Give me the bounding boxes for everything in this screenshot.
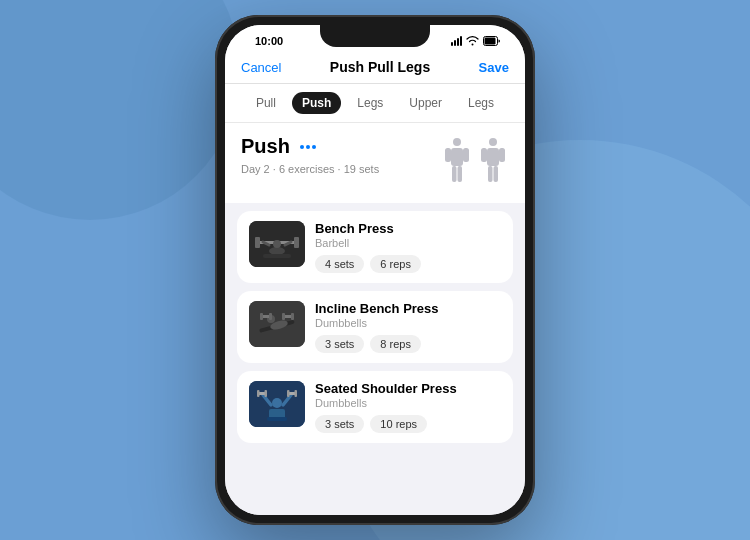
battery-icon (483, 36, 501, 46)
svg-rect-16 (255, 237, 260, 248)
phone-screen: 10:00 (225, 25, 525, 515)
tab-upper[interactable]: Upper (399, 92, 452, 114)
exercise-card-seated-shoulder-press[interactable]: Seated Shoulder Press Dumbbells 3 sets 1… (237, 371, 513, 443)
svg-point-8 (489, 138, 497, 146)
svg-rect-5 (463, 148, 469, 162)
svg-rect-42 (287, 390, 290, 397)
svg-rect-44 (267, 417, 287, 421)
exercise-tags-seated-shoulder-press: 3 sets 10 reps (315, 415, 501, 433)
status-icons (451, 36, 505, 46)
exercise-equip-seated-shoulder-press: Dumbbells (315, 397, 501, 409)
svg-rect-3 (451, 148, 463, 166)
svg-rect-31 (282, 313, 285, 320)
svg-rect-9 (487, 148, 499, 166)
day-subtitle: Day 2 · 6 exercises · 19 sets (241, 162, 441, 177)
exercise-list: Bench Press Barbell 4 sets 6 reps (225, 203, 525, 515)
svg-point-35 (272, 398, 282, 408)
sets-tag-bench-press: 4 sets (315, 255, 364, 273)
screen-content: Cancel Push Pull Legs Save Pull Push Leg… (225, 53, 525, 515)
more-dot-2 (306, 145, 310, 149)
signal-icon (451, 36, 462, 46)
exercise-tags-bench-press: 4 sets 6 reps (315, 255, 501, 273)
svg-rect-4 (445, 148, 451, 162)
page-title: Push Pull Legs (330, 59, 430, 75)
exercise-thumb-seated-shoulder-press (249, 381, 305, 427)
exercise-info-bench-press: Bench Press Barbell 4 sets 6 reps (315, 221, 501, 273)
svg-rect-32 (291, 313, 294, 320)
svg-rect-13 (494, 166, 499, 182)
svg-rect-40 (257, 390, 260, 397)
svg-rect-7 (458, 166, 463, 182)
more-dot-3 (312, 145, 316, 149)
svg-rect-17 (294, 237, 299, 248)
svg-rect-12 (488, 166, 493, 182)
svg-rect-43 (295, 390, 298, 397)
tab-legs-2[interactable]: Legs (458, 92, 504, 114)
exercise-thumb-bench-press (249, 221, 305, 267)
phone-notch (320, 25, 430, 47)
phone-container: 10:00 (215, 15, 535, 525)
day-info: Push Day 2 · 6 exercises · 19 sets (241, 135, 441, 177)
phone-frame: 10:00 (215, 15, 535, 525)
more-options-button[interactable] (298, 143, 318, 151)
background-shape-left (0, 0, 240, 220)
svg-point-19 (273, 240, 281, 248)
reps-tag-incline-bench-press: 8 reps (370, 335, 421, 353)
tab-bar: Pull Push Legs Upper Legs (225, 84, 525, 123)
exercise-card-bench-press[interactable]: Bench Press Barbell 4 sets 6 reps (237, 211, 513, 283)
exercise-info-incline-bench-press: Incline Bench Press Dumbbells 3 sets 8 r… (315, 301, 501, 353)
svg-rect-41 (265, 390, 268, 397)
body-silhouette (441, 137, 509, 193)
body-figure-back (477, 137, 509, 193)
svg-rect-22 (263, 254, 291, 258)
exercise-equip-bench-press: Barbell (315, 237, 501, 249)
reps-tag-bench-press: 6 reps (370, 255, 421, 273)
more-dot-1 (300, 145, 304, 149)
reps-tag-seated-shoulder-press: 10 reps (370, 415, 427, 433)
exercise-name-incline-bench-press: Incline Bench Press (315, 301, 501, 316)
exercise-tags-incline-bench-press: 3 sets 8 reps (315, 335, 501, 353)
exercise-equip-incline-bench-press: Dumbbells (315, 317, 501, 329)
nav-bar: Cancel Push Pull Legs Save (225, 53, 525, 84)
svg-rect-29 (260, 313, 263, 320)
svg-rect-6 (452, 166, 457, 182)
save-button[interactable]: Save (479, 60, 509, 75)
status-time: 10:00 (245, 35, 283, 47)
exercise-card-incline-bench-press[interactable]: Incline Bench Press Dumbbells 3 sets 8 r… (237, 291, 513, 363)
incline-press-illustration (249, 301, 305, 347)
day-section: Push Day 2 · 6 exercises · 19 sets (225, 123, 525, 203)
day-title: Push (241, 135, 290, 158)
exercise-name-bench-press: Bench Press (315, 221, 501, 236)
svg-rect-11 (499, 148, 505, 162)
cancel-button[interactable]: Cancel (241, 60, 281, 75)
tab-pull[interactable]: Pull (246, 92, 286, 114)
wifi-icon (466, 36, 479, 46)
exercise-thumb-incline-bench-press (249, 301, 305, 347)
tab-push[interactable]: Push (292, 92, 341, 114)
sets-tag-seated-shoulder-press: 3 sets (315, 415, 364, 433)
svg-rect-10 (481, 148, 487, 162)
svg-point-18 (269, 247, 285, 255)
exercise-name-seated-shoulder-press: Seated Shoulder Press (315, 381, 501, 396)
bench-press-illustration (249, 221, 305, 267)
shoulder-press-illustration (249, 381, 305, 427)
exercise-info-seated-shoulder-press: Seated Shoulder Press Dumbbells 3 sets 1… (315, 381, 501, 433)
tab-legs-1[interactable]: Legs (347, 92, 393, 114)
svg-rect-30 (269, 313, 272, 320)
body-figure-front (441, 137, 473, 193)
svg-rect-1 (485, 38, 496, 45)
svg-point-2 (453, 138, 461, 146)
sets-tag-incline-bench-press: 3 sets (315, 335, 364, 353)
day-title-row: Push (241, 135, 441, 158)
